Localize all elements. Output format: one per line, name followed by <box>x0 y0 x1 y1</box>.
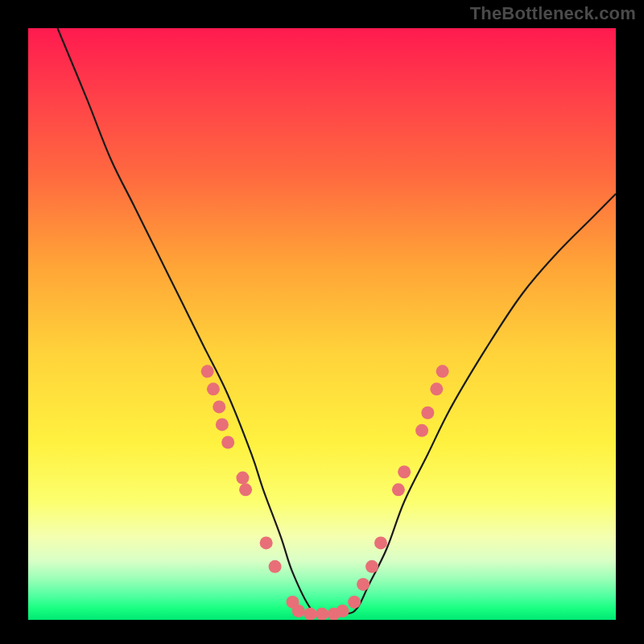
data-marker <box>336 605 349 617</box>
data-marker <box>239 483 252 496</box>
data-marker <box>365 560 378 573</box>
data-marker <box>216 418 229 431</box>
data-marker <box>357 578 369 591</box>
data-marker <box>201 365 214 378</box>
data-marker <box>421 407 434 419</box>
marker-group <box>201 365 449 620</box>
bottleneck-curve <box>58 28 617 615</box>
plot-area <box>28 28 616 620</box>
data-marker <box>213 400 225 413</box>
data-marker <box>207 382 220 395</box>
data-marker <box>221 436 234 449</box>
watermark-text: TheBottleneck.com <box>470 3 636 24</box>
data-marker <box>269 560 282 573</box>
chart-svg <box>28 28 616 620</box>
data-marker <box>398 465 411 478</box>
data-marker <box>392 483 405 496</box>
data-marker <box>436 365 449 378</box>
data-marker <box>348 596 361 609</box>
data-marker <box>303 608 316 620</box>
data-marker <box>236 472 249 485</box>
data-marker <box>430 382 443 395</box>
chart-frame: TheBottleneck.com <box>0 0 644 644</box>
data-marker <box>260 536 273 549</box>
data-marker <box>292 605 305 617</box>
data-marker <box>374 536 387 549</box>
data-marker <box>316 608 328 620</box>
data-marker <box>415 424 428 437</box>
